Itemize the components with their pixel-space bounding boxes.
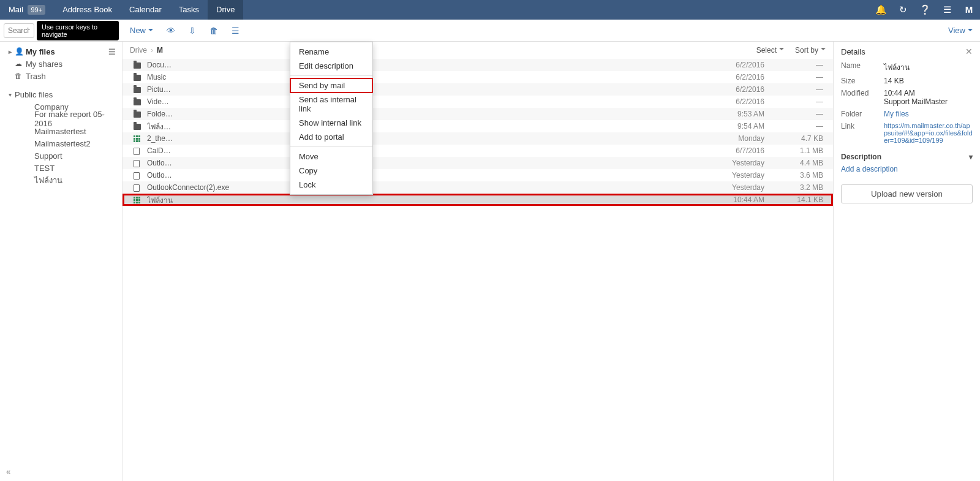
menu-item-rename[interactable]: Rename: [290, 45, 372, 59]
file-size: 3.6 MB: [764, 171, 826, 180]
file-size: —: [764, 73, 826, 81]
file-name: OutlookConnector(2).exe: [147, 183, 666, 192]
sortby-button[interactable]: Sort by: [795, 46, 826, 55]
menu-item-show-internal-link[interactable]: Show internal link: [290, 116, 372, 130]
details-description-header: Description: [841, 153, 881, 161]
sidebar-item-public-ไฟล์งาน[interactable]: ไฟล์งาน: [0, 174, 122, 186]
file-area: Drive › M Select Sort by Docu…6/2/2016—M…: [123, 42, 833, 481]
main: ▸ 👤 My files ☰ ☁ My shares 🗑 Trash ▾ Pub…: [0, 42, 980, 481]
select-button[interactable]: Select: [756, 46, 784, 55]
file-row[interactable]: Folde…9:53 AM—: [123, 108, 833, 120]
file-icon: [134, 160, 140, 167]
menu-item-edit-description[interactable]: Edit description: [290, 59, 372, 73]
menu-item-lock[interactable]: Lock: [290, 178, 372, 192]
hamburger-icon[interactable]: ☰: [232, 26, 239, 36]
file-row[interactable]: 2_the…Monday4.7 KB: [123, 132, 833, 145]
upload-new-version-button[interactable]: Upload new version: [841, 184, 973, 203]
new-button[interactable]: New: [130, 26, 153, 35]
collapse-sidebar-icon[interactable]: «: [6, 467, 10, 476]
chevron-down-icon[interactable]: ▾: [969, 153, 973, 161]
file-date: Yesterday: [666, 171, 764, 180]
file-name: CalD…: [147, 146, 666, 155]
file-name: Docu…: [147, 61, 666, 69]
file-name: Outlo…: [147, 159, 666, 167]
search-input[interactable]: [4, 23, 34, 38]
details-folder-link[interactable]: My files: [884, 110, 973, 118]
file-size: 3.2 MB: [764, 183, 826, 192]
search-tooltip: Use cursor keys to navigate: [37, 21, 119, 40]
menu-icon[interactable]: ☰: [936, 0, 958, 20]
folder-icon: [134, 75, 141, 81]
sidebar-item-my-files[interactable]: ▸ 👤 My files ☰: [0, 45, 122, 58]
details-modified-key: Modified: [841, 89, 884, 106]
sidebar-item-public-test[interactable]: TEST: [0, 162, 122, 174]
view-button[interactable]: View: [948, 26, 973, 35]
details-folder-key: Folder: [841, 110, 884, 118]
file-size: —: [764, 97, 826, 106]
chevron-right-icon: ›: [151, 46, 153, 55]
bell-icon[interactable]: 🔔: [870, 0, 892, 20]
file-name: Vide…: [147, 97, 666, 106]
sidebar-item-my-shares[interactable]: ☁ My shares: [0, 58, 122, 70]
sidebar-item-public-for-make-report-05-2016[interactable]: For make report 05-2016: [0, 113, 122, 125]
details-size-value: 14 KB: [884, 77, 973, 85]
file-row[interactable]: Vide…6/2/2016—: [123, 96, 833, 108]
spreadsheet-icon: [134, 197, 140, 203]
file-row[interactable]: Docu…6/2/2016—: [123, 59, 833, 71]
file-row[interactable]: Music6/2/2016—: [123, 71, 833, 83]
menu-item-send-as-internal-link[interactable]: Send as internal link: [290, 93, 372, 116]
grip-icon[interactable]: ☰: [108, 47, 116, 56]
menu-item-copy[interactable]: Copy: [290, 164, 372, 178]
details-link-value[interactable]: https://m.mailmaster.co.th/appsuite/#!&a…: [884, 122, 973, 144]
sidebar-item-label: My shares: [26, 59, 62, 69]
sidebar-item-trash[interactable]: 🗑 Trash: [0, 70, 122, 82]
sidebar-item-public-support[interactable]: Support: [0, 150, 122, 162]
breadcrumb-root[interactable]: Drive: [130, 46, 147, 55]
file-row[interactable]: ไฟล์งาน10:44 AM14.1 KB: [123, 194, 833, 206]
sidebar-item-label: Trash: [26, 72, 46, 81]
tab-tasks[interactable]: Tasks: [170, 0, 208, 20]
folder-icon: [134, 112, 141, 118]
chevron-down-icon: ▾: [9, 91, 15, 98]
file-date: 6/2/2016: [666, 73, 764, 81]
close-icon[interactable]: ✕: [965, 47, 973, 56]
chevron-right-icon: ▸: [9, 48, 15, 55]
download-icon[interactable]: ⇩: [189, 26, 196, 36]
menu-item-move[interactable]: Move: [290, 150, 372, 164]
file-row[interactable]: Outlo…Yesterday4.4 MB: [123, 157, 833, 169]
menu-separator: [290, 75, 372, 76]
file-row[interactable]: CalD…6/7/20161.1 MB: [123, 145, 833, 157]
user-icon: 👤: [15, 47, 26, 56]
file-row[interactable]: OutlookConnector(2).exeYesterday3.2 MB: [123, 181, 833, 194]
sidebar-item-public-mailmastertest2[interactable]: Mailmastertest2: [0, 137, 122, 150]
help-icon[interactable]: ❔: [914, 0, 936, 20]
trash-icon: 🗑: [15, 72, 26, 80]
folder-icon: [134, 87, 141, 93]
trash-icon[interactable]: 🗑: [209, 26, 218, 36]
file-row[interactable]: Pictu…6/2/2016—: [123, 83, 833, 96]
file-name: Pictu…: [147, 85, 666, 94]
file-name: 2_the…: [147, 134, 666, 143]
details-name-key: Name: [841, 61, 884, 73]
file-row[interactable]: ไฟล์ง…9:54 AM—: [123, 120, 833, 132]
tab-calendar[interactable]: Calendar: [121, 0, 170, 20]
add-description-link[interactable]: Add a description: [841, 165, 973, 173]
file-size: 14.1 KB: [764, 195, 826, 204]
refresh-icon[interactable]: ↻: [892, 0, 914, 20]
eye-icon[interactable]: 👁: [167, 26, 175, 36]
sidebar-item-public-files[interactable]: ▾ Public files: [0, 88, 122, 100]
menu-separator: [290, 146, 372, 147]
file-row[interactable]: Outlo…Yesterday3.6 MB: [123, 169, 833, 181]
menu-item-add-to-portal[interactable]: Add to portal: [290, 130, 372, 144]
file-name: ไฟล์ง…: [147, 121, 666, 132]
tab-mail[interactable]: Mail 99+: [0, 0, 54, 20]
file-date: 6/2/2016: [666, 85, 764, 94]
spreadsheet-icon: [134, 135, 140, 142]
folder-icon: [134, 124, 141, 130]
tab-address-book[interactable]: Address Book: [54, 0, 121, 20]
file-name: Folde…: [147, 110, 666, 118]
menu-item-send-by-mail[interactable]: Send by mail: [290, 78, 372, 93]
folder-icon: [134, 62, 141, 69]
tab-drive[interactable]: Drive: [208, 0, 243, 20]
details-modified-by: Support MailMaster: [884, 97, 948, 106]
